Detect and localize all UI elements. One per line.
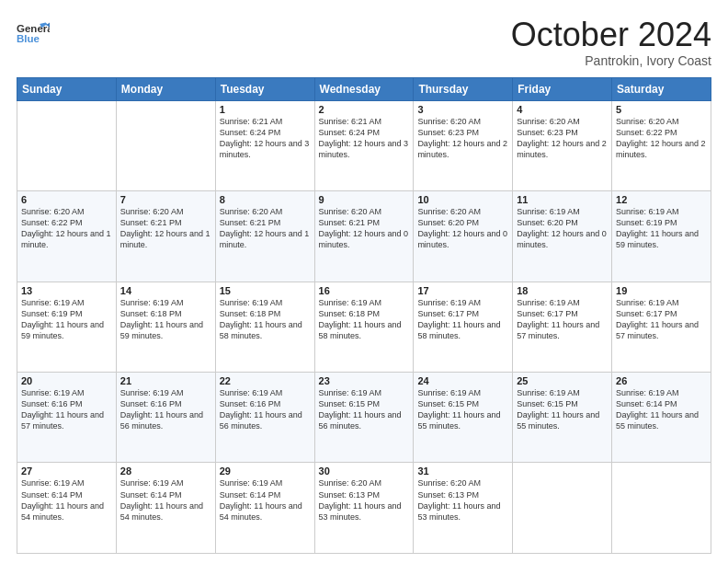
calendar-cell: [612, 463, 711, 554]
day-info: Sunrise: 6:19 AM Sunset: 6:14 PM Dayligh…: [616, 387, 707, 432]
day-number: 11: [517, 194, 608, 205]
calendar-cell: 20Sunrise: 6:19 AM Sunset: 6:16 PM Dayli…: [17, 373, 117, 463]
calendar-cell: 8Sunrise: 6:20 AM Sunset: 6:21 PM Daylig…: [215, 191, 314, 282]
day-number: 5: [616, 104, 707, 115]
day-info: Sunrise: 6:19 AM Sunset: 6:17 PM Dayligh…: [417, 297, 508, 342]
day-number: 3: [417, 104, 508, 115]
day-info: Sunrise: 6:19 AM Sunset: 6:16 PM Dayligh…: [120, 387, 211, 432]
title-block: October 2024 Pantrokin, Ivory Coast: [511, 17, 711, 68]
day-header-tuesday: Tuesday: [215, 77, 314, 100]
day-number: 31: [417, 465, 508, 477]
day-info: Sunrise: 6:20 AM Sunset: 6:13 PM Dayligh…: [417, 477, 508, 523]
calendar-cell: 28Sunrise: 6:19 AM Sunset: 6:14 PM Dayli…: [116, 463, 215, 554]
day-number: 6: [21, 194, 112, 205]
calendar-cell: 29Sunrise: 6:19 AM Sunset: 6:14 PM Dayli…: [215, 463, 314, 554]
month-title: October 2024: [511, 17, 711, 53]
calendar-cell: 18Sunrise: 6:19 AM Sunset: 6:17 PM Dayli…: [513, 282, 612, 372]
day-number: 16: [319, 285, 410, 296]
day-info: Sunrise: 6:19 AM Sunset: 6:17 PM Dayligh…: [616, 297, 707, 342]
calendar-cell: 1Sunrise: 6:21 AM Sunset: 6:24 PM Daylig…: [215, 100, 314, 190]
day-number: 15: [220, 285, 311, 296]
day-number: 14: [120, 285, 211, 296]
calendar-week-row: 6Sunrise: 6:20 AM Sunset: 6:22 PM Daylig…: [17, 191, 711, 282]
day-info: Sunrise: 6:19 AM Sunset: 6:15 PM Dayligh…: [417, 387, 508, 432]
day-number: 20: [21, 375, 112, 386]
calendar-cell: 26Sunrise: 6:19 AM Sunset: 6:14 PM Dayli…: [612, 373, 711, 463]
calendar-cell: 13Sunrise: 6:19 AM Sunset: 6:19 PM Dayli…: [17, 282, 117, 372]
day-info: Sunrise: 6:19 AM Sunset: 6:18 PM Dayligh…: [120, 297, 211, 342]
day-info: Sunrise: 6:19 AM Sunset: 6:20 PM Dayligh…: [517, 206, 608, 251]
calendar-cell: 21Sunrise: 6:19 AM Sunset: 6:16 PM Dayli…: [116, 373, 215, 463]
calendar-cell: 6Sunrise: 6:20 AM Sunset: 6:22 PM Daylig…: [17, 191, 117, 282]
day-number: 12: [616, 194, 707, 205]
day-header-sunday: Sunday: [17, 77, 117, 100]
day-info: Sunrise: 6:20 AM Sunset: 6:22 PM Dayligh…: [21, 206, 112, 251]
day-number: 27: [21, 465, 112, 477]
calendar-cell: 17Sunrise: 6:19 AM Sunset: 6:17 PM Dayli…: [414, 282, 513, 372]
calendar-cell: 25Sunrise: 6:19 AM Sunset: 6:15 PM Dayli…: [513, 373, 612, 463]
calendar-cell: [17, 100, 117, 190]
day-info: Sunrise: 6:21 AM Sunset: 6:24 PM Dayligh…: [319, 116, 410, 161]
day-number: 13: [21, 285, 112, 296]
calendar-cell: 24Sunrise: 6:19 AM Sunset: 6:15 PM Dayli…: [414, 373, 513, 463]
day-info: Sunrise: 6:20 AM Sunset: 6:21 PM Dayligh…: [319, 206, 410, 251]
calendar-cell: 15Sunrise: 6:19 AM Sunset: 6:18 PM Dayli…: [215, 282, 314, 372]
day-info: Sunrise: 6:20 AM Sunset: 6:23 PM Dayligh…: [417, 116, 508, 161]
day-number: 30: [319, 465, 410, 477]
calendar-cell: [513, 463, 612, 554]
day-number: 10: [417, 194, 508, 205]
day-number: 18: [517, 285, 608, 296]
day-info: Sunrise: 6:19 AM Sunset: 6:16 PM Dayligh…: [220, 387, 311, 432]
calendar-cell: 11Sunrise: 6:19 AM Sunset: 6:20 PM Dayli…: [513, 191, 612, 282]
day-number: 4: [517, 104, 608, 115]
day-number: 8: [220, 194, 311, 205]
day-info: Sunrise: 6:20 AM Sunset: 6:20 PM Dayligh…: [417, 206, 508, 251]
logo-icon: General Blue: [17, 17, 50, 50]
day-number: 29: [220, 465, 311, 477]
day-header-friday: Friday: [513, 77, 612, 100]
day-number: 17: [417, 285, 508, 296]
calendar-cell: 4Sunrise: 6:20 AM Sunset: 6:23 PM Daylig…: [513, 100, 612, 190]
day-info: Sunrise: 6:19 AM Sunset: 6:14 PM Dayligh…: [220, 477, 311, 523]
calendar-week-row: 1Sunrise: 6:21 AM Sunset: 6:24 PM Daylig…: [17, 100, 711, 190]
day-info: Sunrise: 6:19 AM Sunset: 6:18 PM Dayligh…: [319, 297, 410, 342]
calendar-cell: 7Sunrise: 6:20 AM Sunset: 6:21 PM Daylig…: [116, 191, 215, 282]
calendar-cell: 9Sunrise: 6:20 AM Sunset: 6:21 PM Daylig…: [314, 191, 414, 282]
day-header-wednesday: Wednesday: [314, 77, 414, 100]
day-info: Sunrise: 6:19 AM Sunset: 6:15 PM Dayligh…: [517, 387, 608, 432]
day-number: 25: [517, 375, 608, 386]
calendar-cell: 3Sunrise: 6:20 AM Sunset: 6:23 PM Daylig…: [414, 100, 513, 190]
day-info: Sunrise: 6:19 AM Sunset: 6:16 PM Dayligh…: [21, 387, 112, 432]
day-info: Sunrise: 6:20 AM Sunset: 6:21 PM Dayligh…: [220, 206, 311, 251]
day-number: 26: [616, 375, 707, 386]
day-number: 22: [220, 375, 311, 386]
calendar-cell: 31Sunrise: 6:20 AM Sunset: 6:13 PM Dayli…: [414, 463, 513, 554]
calendar-week-row: 27Sunrise: 6:19 AM Sunset: 6:14 PM Dayli…: [17, 463, 711, 554]
calendar-cell: 19Sunrise: 6:19 AM Sunset: 6:17 PM Dayli…: [612, 282, 711, 372]
day-info: Sunrise: 6:19 AM Sunset: 6:14 PM Dayligh…: [21, 477, 112, 523]
day-info: Sunrise: 6:19 AM Sunset: 6:19 PM Dayligh…: [21, 297, 112, 342]
location: Pantrokin, Ivory Coast: [511, 53, 711, 68]
day-info: Sunrise: 6:19 AM Sunset: 6:19 PM Dayligh…: [616, 206, 707, 251]
calendar-week-row: 13Sunrise: 6:19 AM Sunset: 6:19 PM Dayli…: [17, 282, 711, 372]
day-header-thursday: Thursday: [414, 77, 513, 100]
calendar-table: SundayMondayTuesdayWednesdayThursdayFrid…: [17, 77, 711, 554]
calendar-cell: 30Sunrise: 6:20 AM Sunset: 6:13 PM Dayli…: [314, 463, 414, 554]
calendar-cell: [116, 100, 215, 190]
calendar-header-row: SundayMondayTuesdayWednesdayThursdayFrid…: [17, 77, 711, 100]
day-number: 23: [319, 375, 410, 386]
day-number: 9: [319, 194, 410, 205]
calendar-cell: 27Sunrise: 6:19 AM Sunset: 6:14 PM Dayli…: [17, 463, 117, 554]
calendar-cell: 5Sunrise: 6:20 AM Sunset: 6:22 PM Daylig…: [612, 100, 711, 190]
calendar-cell: 12Sunrise: 6:19 AM Sunset: 6:19 PM Dayli…: [612, 191, 711, 282]
calendar-cell: 23Sunrise: 6:19 AM Sunset: 6:15 PM Dayli…: [314, 373, 414, 463]
logo: General Blue: [17, 17, 50, 50]
svg-text:Blue: Blue: [17, 33, 40, 44]
calendar-week-row: 20Sunrise: 6:19 AM Sunset: 6:16 PM Dayli…: [17, 373, 711, 463]
calendar-cell: 16Sunrise: 6:19 AM Sunset: 6:18 PM Dayli…: [314, 282, 414, 372]
page-header: General Blue October 2024 Pantrokin, Ivo…: [17, 17, 711, 68]
calendar-cell: 22Sunrise: 6:19 AM Sunset: 6:16 PM Dayli…: [215, 373, 314, 463]
day-number: 21: [120, 375, 211, 386]
day-number: 28: [120, 465, 211, 477]
day-number: 1: [220, 104, 311, 115]
